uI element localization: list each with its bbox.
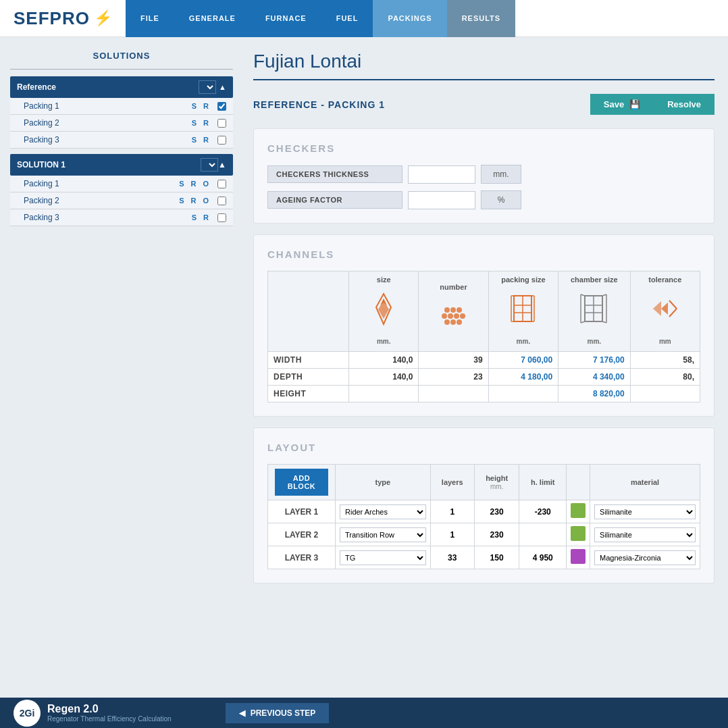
packing-icon-cell	[496, 284, 551, 336]
number-mm-empty	[425, 343, 481, 347]
page-title: Fujian Lontai	[253, 51, 714, 72]
packing-btn-r-2[interactable]: R	[201, 135, 211, 145]
prev-step-button[interactable]: ◀ PREVIOUS STEP	[226, 703, 330, 723]
chan-label-0: WIDTH	[268, 352, 349, 369]
sol1-btn-o-0[interactable]: O	[201, 179, 211, 188]
prev-step-icon: ◀	[239, 708, 245, 718]
svg-point-9	[460, 313, 465, 319]
save-label: Save	[604, 99, 624, 109]
layout-th-height: heightmm.	[474, 465, 519, 500]
layer-type-select-2[interactable]: TG	[340, 550, 426, 565]
checkers-grid: CHECKERS THICKNESS 40,00 mm. AGEING FACT…	[267, 165, 700, 209]
svg-line-24	[669, 309, 677, 317]
layer-material-select-2[interactable]: Magnesia-Zirconia	[594, 550, 696, 565]
solutions-title: SOLUTIONS	[10, 51, 233, 61]
nav-tab-results[interactable]: RESULTS	[447, 0, 516, 37]
packing-btn-r-1[interactable]: R	[201, 118, 211, 128]
sol1-btn-r-0[interactable]: R	[188, 179, 198, 188]
layout-table: ADD BLOCK type layers heightmm. h. limit…	[267, 464, 700, 569]
sol1-packing-check-0[interactable]	[217, 180, 226, 188]
checkers-section: CHECKERS CHECKERS THICKNESS 40,00 mm. AG…	[253, 128, 714, 224]
channels-section: CHANNELS size	[253, 234, 714, 417]
size-icon-cell	[356, 284, 411, 336]
sol1-btn-r-1[interactable]: R	[188, 196, 198, 205]
nav-tab-fuel[interactable]: FUEL	[321, 0, 373, 37]
layer-material-select-0[interactable]: Silimanite	[594, 504, 696, 519]
ref-packing-check-1[interactable]	[217, 119, 226, 128]
layer-label-2: LAYER 3	[268, 546, 336, 569]
layer-height-1: 230	[474, 523, 519, 546]
checkers-thickness-input[interactable]: 40,00	[408, 165, 475, 184]
main-nav: FILEGENERALEFURNACEFUELPACKINGSRESULTS	[126, 0, 515, 37]
chan-packing-2	[488, 386, 558, 402]
chan-chamber-0: 7 176,00	[558, 352, 631, 369]
packing-mm-label: mm.	[496, 336, 551, 347]
chan-size-2	[349, 386, 419, 402]
layer-color-cell-1	[567, 523, 590, 546]
add-block-button[interactable]: ADD BLOCK	[275, 469, 328, 496]
channels-row-0: WIDTH 140,0 39 7 060,00 7 176,00 58,	[268, 352, 700, 369]
packing-btn-s-0[interactable]: S	[190, 101, 199, 111]
channels-table: size mm. number	[267, 271, 700, 402]
layer-type-select-0[interactable]: Rider Arches	[340, 504, 426, 519]
resolve-button[interactable]: Resolve	[654, 94, 714, 115]
chan-tolerance-0: 58,	[630, 352, 700, 369]
nav-tab-packings[interactable]: PACKINGS	[373, 0, 446, 37]
nav-tab-furnace[interactable]: FURNACE	[251, 0, 321, 37]
ref-packing-check-0[interactable]	[217, 102, 226, 111]
chamber-size-icon	[575, 290, 613, 328]
ref-packing-row-2: Packing 3 SR	[10, 132, 233, 149]
layer-material-select-1[interactable]: Silimanite	[594, 527, 696, 542]
footer-logo: 2Gi Regen 2.0 Regenator Thermal Efficien…	[14, 700, 172, 727]
sol1-packing-btns-0: SRO	[177, 179, 226, 188]
nav-tab-file[interactable]: FILE	[126, 0, 174, 37]
layout-row-0: LAYER 1 Rider Arches 1 230 -230 Silimani…	[268, 500, 700, 523]
checkers-ageing-row: AGEING FACTOR 0,00 %	[267, 190, 700, 209]
layer-color-swatch-1	[571, 526, 586, 541]
ref-packing-name-1: Packing 2	[24, 118, 190, 128]
logo-lightning-icon: ⚡	[94, 9, 112, 27]
content-area: Fujian Lontai REFERENCE - PACKING 1 Save…	[243, 37, 728, 698]
ref-packing-name-0: Packing 1	[24, 101, 190, 111]
packing-btn-s-1[interactable]: S	[190, 118, 199, 128]
save-button[interactable]: Save 💾	[590, 94, 654, 115]
layer-height-0: 230	[474, 500, 519, 523]
checkers-ageing-input[interactable]: 0,00	[408, 191, 475, 209]
solution1-select[interactable]	[201, 158, 218, 172]
svg-point-5	[457, 307, 462, 313]
layer-type-select-1[interactable]: Transition Row	[340, 527, 426, 542]
sol1-btn-o-1[interactable]: O	[201, 196, 211, 205]
chamber-icon-cell	[565, 284, 623, 336]
layer-material-0: Silimanite	[590, 500, 700, 523]
logo: SEFPRO ⚡	[0, 8, 126, 29]
footer-logo-circle: 2Gi	[14, 700, 41, 727]
ref-packing-row-1: Packing 2 SR	[10, 115, 233, 132]
sol1-packing-check-2[interactable]	[217, 213, 226, 222]
ref-packing-check-2[interactable]	[217, 136, 226, 145]
layout-height-mm: mm.	[490, 483, 503, 490]
svg-line-23	[669, 301, 677, 309]
sol1-btn-s-1[interactable]: S	[177, 196, 186, 205]
number-icon-cell	[425, 291, 481, 343]
sol1-btn-r-2[interactable]: R	[201, 213, 211, 222]
packing-btn-r-0[interactable]: R	[201, 101, 211, 111]
packing-btn-s-2[interactable]: S	[190, 135, 199, 145]
checkers-ageing-label: AGEING FACTOR	[267, 191, 402, 209]
layer-num-2: 33	[430, 546, 474, 569]
sol1-btn-s-2[interactable]: S	[190, 213, 199, 222]
sol1-packing-check-1[interactable]	[217, 197, 226, 205]
reference-arrow-icon: ▲	[219, 83, 226, 91]
nav-tab-generale[interactable]: GENERALE	[174, 0, 251, 37]
sol1-packing-row-2: Packing 3 SR	[10, 209, 233, 226]
sol1-btn-s-0[interactable]: S	[177, 179, 186, 188]
sol1-packing-row-0: Packing 1 SRO	[10, 176, 233, 192]
chan-number-0: 39	[419, 352, 488, 369]
reference-header: Reference ▲	[10, 76, 233, 98]
reference-packing-label: REFERENCE - PACKING 1	[253, 99, 385, 110]
svg-point-4	[450, 307, 456, 313]
reference-select[interactable]	[199, 80, 216, 94]
layer-num-0: 1	[430, 500, 474, 523]
channels-body: WIDTH 140,0 39 7 060,00 7 176,00 58, DEP…	[268, 352, 700, 402]
layer-type-1: Transition Row	[336, 523, 431, 546]
layer-material-2: Magnesia-Zirconia	[590, 546, 700, 569]
